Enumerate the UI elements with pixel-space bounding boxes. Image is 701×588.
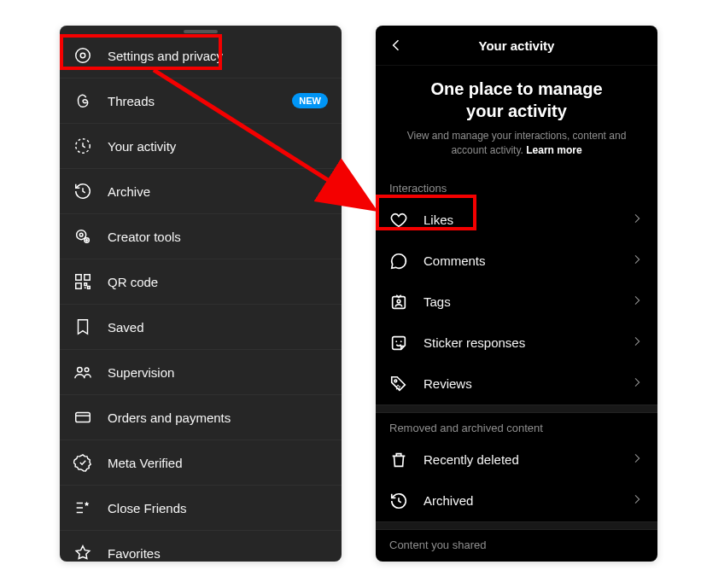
menu-item-label: Orders and payments [108, 410, 328, 425]
star-icon [73, 544, 92, 562]
hero-sub-text: View and manage your interactions, conte… [407, 130, 627, 156]
activity-item-sticker-responses[interactable]: Sticker responses [376, 323, 657, 364]
settings-gear-icon [73, 46, 92, 65]
activity-item-comments[interactable]: Comments [376, 241, 657, 282]
activity-item-label: Reviews [424, 376, 615, 391]
tutorial-canvas: Settings and privacy Threads NEW Your ac… [0, 0, 701, 588]
creator-eye-icon [73, 227, 92, 246]
section-title-interactions: Interactions [376, 173, 657, 200]
settings-menu-panel: Settings and privacy Threads NEW Your ac… [60, 26, 342, 562]
svg-rect-7 [85, 275, 90, 280]
section-divider [376, 405, 657, 413]
menu-item-orders-and-payments[interactable]: Orders and payments [60, 395, 342, 440]
svg-point-10 [85, 368, 89, 372]
back-button[interactable] [386, 35, 406, 55]
chevron-right-icon [630, 335, 644, 351]
menu-item-close-friends[interactable]: Close Friends [60, 486, 342, 531]
section-divider [376, 521, 657, 530]
activity-hero: One place to manage your activity View a… [376, 66, 657, 173]
archive-clock-icon [73, 182, 92, 201]
menu-item-meta-verified[interactable]: Meta Verified [60, 440, 342, 486]
activity-item-label: Tags [424, 294, 615, 309]
new-badge: NEW [292, 93, 328, 108]
menu-item-archive[interactable]: Archive [60, 169, 342, 214]
activity-item-label: Comments [424, 253, 615, 268]
chevron-right-icon [630, 294, 644, 310]
trash-icon [389, 451, 408, 469]
section-title-removed: Removed and archived content [376, 413, 657, 440]
activity-item-reviews[interactable]: Reviews [376, 364, 657, 405]
tag-person-icon [389, 293, 408, 311]
your-activity-panel: Your activity One place to manage your a… [376, 26, 657, 562]
verified-badge-icon [73, 453, 92, 472]
activity-item-label: Archived [424, 493, 615, 508]
header-title: Your activity [376, 38, 657, 53]
menu-item-label: Saved [108, 320, 328, 335]
activity-item-tags[interactable]: Tags [376, 282, 657, 323]
chevron-right-icon [630, 451, 644, 468]
hero-title: One place to manage your activity [401, 78, 632, 122]
section-title-shared: Content you shared [376, 530, 657, 556]
chevron-right-icon [630, 492, 644, 509]
activity-clock-icon [73, 137, 92, 155]
activity-item-likes[interactable]: Likes [376, 200, 657, 241]
menu-item-label: Supervision [108, 365, 328, 380]
activity-item-label: Likes [424, 212, 615, 227]
menu-item-your-activity[interactable]: Your activity [60, 124, 342, 169]
menu-item-label: Meta Verified [108, 456, 328, 470]
svg-rect-11 [76, 413, 91, 422]
sticker-smile-icon [389, 334, 408, 352]
supervision-people-icon [73, 363, 92, 381]
chevron-right-icon [630, 253, 644, 269]
threads-icon [73, 91, 92, 110]
chevron-right-icon [630, 212, 644, 228]
menu-item-label: Settings and privacy [108, 49, 328, 63]
menu-item-favorites[interactable]: Favorites [60, 531, 342, 562]
activity-item-label: Recently deleted [424, 452, 615, 467]
chevron-right-icon [630, 376, 644, 392]
svg-point-1 [76, 49, 91, 63]
menu-item-label: Your activity [108, 139, 328, 154]
bookmark-icon [73, 317, 92, 336]
activity-item-label: Sticker responses [424, 335, 615, 350]
heart-icon [389, 211, 408, 230]
activity-item-posts[interactable]: Posts [376, 556, 657, 562]
menu-item-label: Creator tools [108, 230, 328, 244]
menu-item-settings-and-privacy[interactable]: Settings and privacy [60, 33, 342, 79]
review-tag-icon [389, 375, 408, 393]
credit-card-icon [73, 408, 92, 427]
menu-item-creator-tools[interactable]: Creator tools [60, 214, 342, 259]
menu-item-label: Archive [108, 184, 328, 199]
menu-item-supervision[interactable]: Supervision [60, 350, 342, 395]
close-friends-list-icon [73, 498, 92, 517]
learn-more-link[interactable]: Learn more [526, 144, 581, 156]
svg-point-16 [394, 380, 397, 382]
svg-point-9 [78, 368, 83, 373]
archive-clock-icon [389, 492, 408, 510]
menu-item-label: QR code [108, 275, 328, 289]
menu-item-label: Favorites [108, 546, 328, 561]
svg-point-4 [79, 233, 83, 236]
svg-point-14 [395, 341, 397, 342]
svg-rect-8 [76, 283, 81, 288]
qr-code-icon [73, 272, 92, 291]
menu-item-label: Close Friends [108, 501, 328, 515]
hero-title-line: your activity [466, 102, 567, 120]
svg-point-13 [397, 300, 400, 303]
svg-point-0 [80, 53, 85, 58]
svg-rect-6 [76, 275, 81, 280]
activity-header: Your activity [376, 26, 657, 66]
hero-subtitle: View and manage your interactions, conte… [401, 129, 632, 158]
hero-title-line: One place to manage [430, 79, 602, 98]
menu-item-threads[interactable]: Threads NEW [60, 79, 342, 124]
comment-bubble-icon [389, 252, 408, 271]
activity-item-recently-deleted[interactable]: Recently deleted [376, 440, 657, 480]
activity-item-archived[interactable]: Archived [376, 480, 657, 521]
menu-item-label: Threads [108, 94, 277, 108]
menu-item-saved[interactable]: Saved [60, 305, 342, 350]
menu-item-qr-code[interactable]: QR code [60, 259, 342, 305]
svg-point-3 [77, 230, 86, 240]
svg-point-15 [400, 341, 402, 342]
